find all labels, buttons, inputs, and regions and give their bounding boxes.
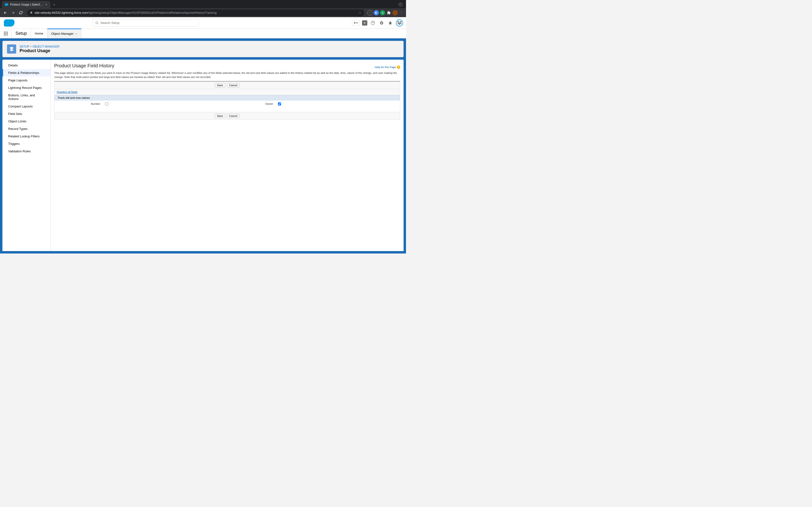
- save-button-bottom[interactable]: Save: [215, 114, 225, 118]
- sidebar-item-label: Triggers: [8, 142, 19, 146]
- extensions-puzzle-icon[interactable]: [386, 10, 392, 15]
- page-description: This page allows you to select the field…: [54, 71, 400, 79]
- browser-tab-bar: Product Usage | Salesforce × +: [0, 0, 406, 8]
- salesforce-logo[interactable]: [4, 19, 14, 26]
- account-icon[interactable]: [399, 3, 403, 6]
- sidebar-item-label: Compact Layouts: [8, 105, 33, 108]
- fields-grid: Number Owner: [54, 101, 400, 112]
- sidebar-item-field-sets[interactable]: Field Sets: [2, 110, 51, 118]
- close-tab-icon[interactable]: ×: [45, 3, 47, 6]
- nav-tab-label: Home: [35, 32, 43, 35]
- deselect-all-link[interactable]: Deselect all fields: [57, 91, 78, 94]
- help-for-page-link[interactable]: Help for this Page ?: [375, 65, 400, 69]
- field-row-number: Number: [54, 102, 227, 106]
- field-row-owner: Owner: [227, 102, 400, 106]
- object-layers-icon: [7, 44, 16, 54]
- search-icon: [95, 21, 99, 24]
- field-label: Number: [57, 102, 105, 105]
- nav-tab-object-manager[interactable]: Object Manager: [47, 29, 82, 38]
- setup-label: Setup: [12, 29, 31, 38]
- info-icon[interactable]: i: [367, 10, 373, 15]
- search-setup-input[interactable]: Search Setup: [93, 19, 199, 26]
- sidebar-item-details[interactable]: Details: [2, 62, 51, 69]
- new-tab-button[interactable]: +: [53, 3, 55, 6]
- page-header: SETUP > OBJECT MANAGER Product Usage: [2, 41, 404, 57]
- help-icon[interactable]: [370, 20, 376, 26]
- browser-toolbar: site-velocity-84332.lightning.force.com/…: [0, 8, 406, 17]
- profile-avatar[interactable]: [393, 10, 398, 15]
- breadcrumb-object-manager[interactable]: OBJECT MANAGER: [33, 45, 59, 48]
- save-button-top[interactable]: Save: [215, 83, 225, 88]
- breadcrumb-setup[interactable]: SETUP: [19, 45, 29, 48]
- extension-icon-2[interactable]: G: [380, 10, 385, 15]
- sidebar-item-label: Lightning Record Pages: [8, 86, 42, 90]
- sidebar-item-fields-relationships[interactable]: Fields & Relationships: [2, 69, 51, 76]
- sidebar-item-lightning-record-pages[interactable]: Lightning Record Pages: [2, 84, 51, 92]
- sidebar-item-label: Object Limits: [8, 119, 27, 123]
- breadcrumb: SETUP > OBJECT MANAGER: [19, 45, 59, 48]
- app-launcher-icon[interactable]: [0, 29, 12, 38]
- help-question-icon: ?: [397, 65, 400, 69]
- sidebar-item-label: Record Types: [8, 127, 28, 131]
- url-bar[interactable]: site-velocity-84332.lightning.force.com/…: [27, 9, 364, 16]
- main-title: Product Usage Field History: [54, 63, 114, 68]
- salesforce-favicon: [5, 3, 8, 6]
- sidebar-item-buttons-links-actions[interactable]: Buttons, Links, and Actions: [2, 92, 51, 103]
- nav-tab-label: Object Manager: [51, 32, 74, 36]
- browser-chrome: Product Usage | Salesforce × + site-velo…: [0, 0, 406, 17]
- cancel-button-bottom[interactable]: Cancel: [227, 114, 240, 118]
- reload-button[interactable]: [17, 9, 24, 16]
- field-checkbox-owner[interactable]: [278, 102, 281, 106]
- url-text: site-velocity-84332.lightning.force.com/…: [35, 11, 216, 14]
- nav-tab-home[interactable]: Home: [31, 29, 47, 38]
- help-link-text: Help for this Page: [375, 66, 396, 68]
- favorites-button[interactable]: ★▾: [352, 20, 360, 26]
- object-sidebar: Details Fields & Relationships Page Layo…: [2, 60, 51, 251]
- chevron-down-icon: [75, 33, 77, 35]
- sidebar-item-record-types[interactable]: Record Types: [2, 125, 51, 132]
- cancel-button-top[interactable]: Cancel: [227, 83, 240, 88]
- sidebar-item-compact-layouts[interactable]: Compact Layouts: [2, 103, 51, 110]
- sidebar-item-label: Buttons, Links, and Actions: [8, 94, 35, 101]
- field-label: Owner: [230, 102, 278, 105]
- sidebar-item-label: Details: [8, 63, 18, 67]
- browser-tab[interactable]: Product Usage | Salesforce ×: [2, 1, 50, 8]
- sidebar-item-label: Field Sets: [8, 112, 22, 116]
- notifications-bell-icon[interactable]: [387, 20, 394, 26]
- lock-icon: [30, 11, 33, 14]
- section-header: Track old and new values: [54, 95, 400, 101]
- sidebar-item-triggers[interactable]: Triggers: [2, 140, 51, 148]
- sidebar-item-page-layouts[interactable]: Page Layouts: [2, 76, 51, 84]
- setup-nav-bar: Setup Home Object Manager: [0, 29, 406, 38]
- sidebar-item-label: Fields & Relationships: [8, 71, 39, 74]
- main-content: Product Usage Field History Help for thi…: [51, 60, 404, 251]
- chrome-menu-icon[interactable]: ⋮: [399, 10, 404, 15]
- field-checkbox-number[interactable]: [105, 102, 108, 106]
- forward-button[interactable]: [10, 9, 16, 16]
- field-history-panel: Save Cancel Deselect all fields Track ol…: [54, 81, 400, 120]
- global-actions-icon[interactable]: +: [362, 20, 367, 25]
- sidebar-item-label: Related Lookup Filters: [8, 134, 40, 138]
- sidebar-item-label: Validation Rules: [8, 150, 31, 153]
- browser-tab-title: Product Usage | Salesforce: [10, 3, 44, 6]
- back-button[interactable]: [2, 9, 9, 16]
- svg-point-0: [96, 22, 98, 24]
- extension-icon-1[interactable]: ◐: [373, 10, 379, 15]
- sidebar-item-related-lookup-filters[interactable]: Related Lookup Filters: [2, 132, 51, 140]
- user-avatar[interactable]: 🐼: [396, 19, 403, 26]
- search-placeholder: Search Setup: [101, 21, 120, 24]
- sidebar-item-label: Page Layouts: [8, 78, 28, 82]
- page-title: Product Usage: [19, 48, 59, 53]
- setup-gear-icon[interactable]: [378, 20, 385, 26]
- sidebar-item-object-limits[interactable]: Object Limits: [2, 118, 51, 125]
- bookmark-star-icon[interactable]: ☆: [359, 11, 361, 14]
- sidebar-item-validation-rules[interactable]: Validation Rules: [2, 148, 51, 155]
- salesforce-header: Search Setup ★▾ + 🐼: [0, 17, 406, 29]
